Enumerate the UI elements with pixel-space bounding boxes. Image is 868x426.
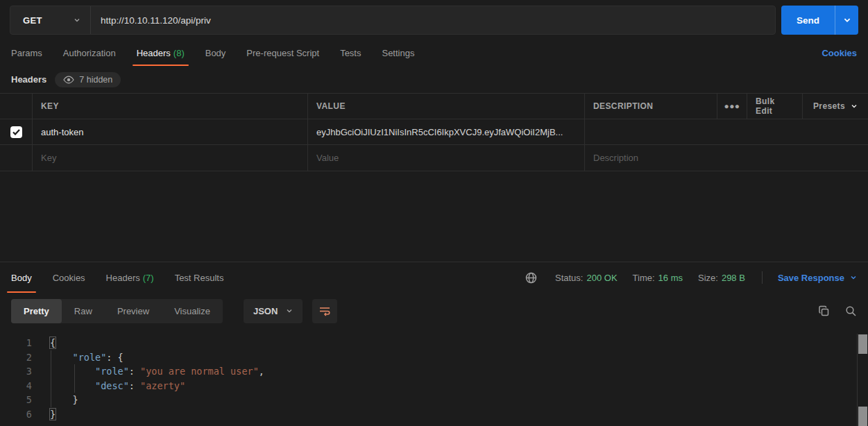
presets-dropdown[interactable]: Presets (803, 94, 868, 119)
check-icon (12, 129, 20, 135)
code-lines: 1{2 "role": {3 "role": "you are normal u… (0, 336, 868, 421)
postman-window: GET http://10.10.11.120/api/priv Send Pa… (0, 0, 868, 426)
new-value-field[interactable]: Value (308, 145, 585, 171)
column-description: DESCRIPTION (585, 94, 717, 119)
response-meta: Status: 200 OK Time: 16 ms Size: 298 B S… (525, 262, 857, 293)
column-key: KEY (33, 94, 308, 119)
send-button[interactable]: Send (781, 6, 835, 35)
chevron-down-icon (286, 307, 293, 314)
line-number: 1 (0, 336, 32, 350)
time-value: 16 ms (658, 273, 683, 283)
line-number: 4 (0, 379, 32, 393)
word-wrap-button[interactable] (312, 299, 337, 323)
line-number: 5 (0, 393, 32, 407)
tab-headers[interactable]: Headers (8) (137, 40, 185, 66)
response-tab-headers[interactable]: Headers (7) (106, 262, 154, 293)
hidden-headers-toggle[interactable]: 7 hidden (55, 72, 121, 87)
row-checkbox[interactable] (10, 126, 22, 138)
code-line: 2 "role": { (0, 350, 868, 365)
size-field: Size: 298 B (698, 273, 745, 283)
chevron-down-icon (843, 16, 851, 24)
send-options-button[interactable] (835, 6, 858, 35)
scrollbar[interactable] (857, 334, 868, 426)
copy-button[interactable] (818, 305, 830, 317)
url-container: GET http://10.10.11.120/api/priv (10, 6, 776, 35)
send-button-group: Send (781, 6, 858, 35)
code-line: 1{ (0, 336, 868, 350)
chevron-down-icon (74, 17, 80, 24)
response-headers-count-badge: (7) (143, 273, 154, 283)
row-checkbox-cell (0, 145, 33, 171)
scrollbar-thumb[interactable] (858, 334, 867, 354)
tab-pre-request-script[interactable]: Pre-request Script (246, 40, 319, 66)
response-body-editor[interactable]: 1{2 "role": {3 "role": "you are normal u… (0, 329, 868, 426)
more-options-button[interactable]: ●●● (717, 94, 747, 119)
headers-title: Headers (11, 74, 46, 85)
tab-settings[interactable]: Settings (382, 40, 414, 66)
hidden-headers-label: 7 hidden (79, 75, 112, 85)
code-line: 4 "desc": "azerty" (0, 379, 868, 393)
chevron-down-icon (851, 103, 858, 110)
table-placeholder-row: Key Value Description (0, 145, 868, 171)
response-tab-cookies[interactable]: Cookies (53, 262, 85, 293)
response-toolbar: Pretty Raw Preview Visualize JSON (0, 293, 868, 329)
header-checkbox-column (0, 94, 33, 119)
view-mode-segmented-control: Pretty Raw Preview Visualize (11, 299, 223, 323)
view-tab-preview[interactable]: Preview (105, 299, 162, 323)
view-tab-pretty[interactable]: Pretty (11, 299, 62, 323)
bulk-edit-button[interactable]: Bulk Edit (747, 94, 803, 119)
header-key-field[interactable]: auth-token (33, 119, 308, 144)
new-description-field[interactable]: Description (585, 145, 868, 171)
tab-params[interactable]: Params (11, 40, 42, 66)
line-number: 2 (0, 350, 32, 365)
meta-divider (762, 271, 763, 284)
code-line: 6} (0, 407, 868, 422)
request-tabs: Params Authorization Headers (8) Body Pr… (0, 40, 868, 66)
url-input[interactable]: http://10.10.11.120/api/priv (91, 6, 775, 34)
method-dropdown[interactable]: GET (10, 6, 91, 34)
request-url-bar: GET http://10.10.11.120/api/priv Send (0, 0, 868, 40)
header-description-field[interactable] (585, 119, 868, 144)
column-value: VALUE (308, 94, 585, 119)
network-globe-icon[interactable] (525, 272, 537, 284)
view-tab-visualize[interactable]: Visualize (162, 299, 223, 323)
indent-guide (51, 350, 51, 407)
cookies-link[interactable]: Cookies (822, 40, 857, 66)
header-value-field[interactable]: eyJhbGciOiJIUzI1NiIsInR5cCI6IkpXVCJ9.eyJ… (308, 119, 585, 144)
request-response-gap (0, 171, 868, 262)
word-wrap-icon (318, 305, 331, 316)
tab-tests[interactable]: Tests (340, 40, 361, 66)
response-tab-body[interactable]: Body (11, 262, 32, 293)
copy-icon (818, 305, 830, 317)
status-value: 200 OK (586, 273, 617, 283)
code-line: 5 } (0, 393, 868, 407)
view-tab-raw[interactable]: Raw (62, 299, 105, 323)
response-tab-test-results[interactable]: Test Results (175, 262, 224, 293)
time-field: Time: 16 ms (633, 273, 683, 283)
response-tabs: Body Cookies Headers (7) Test Results St… (0, 262, 868, 293)
code-line: 3 "role": "you are normal user", (0, 364, 868, 379)
line-number: 6 (0, 407, 32, 422)
response-tabs-spacer (244, 262, 525, 293)
table-header-row: KEY VALUE DESCRIPTION ●●● Bulk Edit Pres… (0, 94, 868, 119)
search-icon (845, 305, 857, 317)
method-label: GET (23, 15, 42, 26)
table-row: auth-token eyJhbGciOiJIUzI1NiIsInR5cCI6I… (0, 119, 868, 145)
headers-count-badge: (8) (173, 48, 185, 58)
status-field: Status: 200 OK (555, 273, 618, 283)
tab-authorization[interactable]: Authorization (63, 40, 116, 66)
indent-guide (74, 364, 75, 393)
row-checkbox-cell (0, 119, 33, 144)
eye-icon (63, 76, 74, 84)
line-number: 3 (0, 364, 32, 379)
tabs-spacer (435, 40, 822, 66)
save-response-dropdown[interactable]: Save Response (778, 273, 857, 283)
headers-subbar: Headers 7 hidden (0, 66, 868, 93)
headers-table: KEY VALUE DESCRIPTION ●●● Bulk Edit Pres… (0, 93, 868, 171)
tab-body[interactable]: Body (205, 40, 226, 66)
size-value: 298 B (722, 273, 745, 283)
search-button[interactable] (845, 305, 857, 317)
scrollbar-thumb[interactable] (858, 407, 867, 426)
format-dropdown[interactable]: JSON (244, 299, 303, 323)
new-key-field[interactable]: Key (33, 145, 308, 171)
